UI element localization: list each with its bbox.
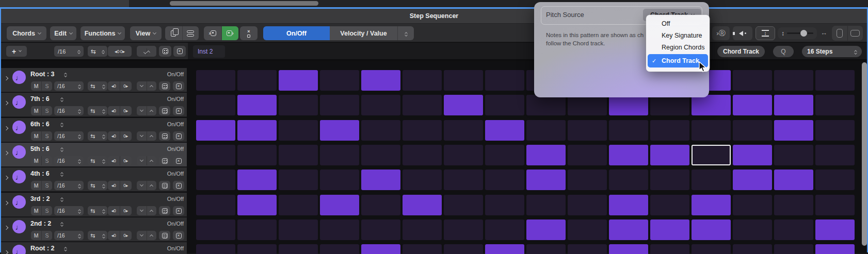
row-header[interactable]: ♩ Root : 3 On/Off M S /16 ⇆ ◂0 0▸ × xyxy=(1,68,187,92)
shift-up-button[interactable] xyxy=(147,81,157,91)
step-cell[interactable] xyxy=(279,145,318,165)
row-clear-button[interactable]: × xyxy=(173,81,184,91)
step-cell[interactable] xyxy=(237,170,277,190)
step-cell[interactable] xyxy=(444,120,483,141)
row-randomize-button[interactable] xyxy=(159,131,170,141)
row-rate-dropdown[interactable]: /16 xyxy=(54,181,84,190)
row-stepper-icon[interactable] xyxy=(65,72,67,77)
mode-onoff-button[interactable]: On/Off xyxy=(263,26,330,40)
mute-button[interactable]: M xyxy=(31,156,41,165)
row-playback-mode[interactable]: ⇆ xyxy=(88,81,107,91)
mute-button[interactable]: M xyxy=(31,106,41,115)
solo-button[interactable]: S xyxy=(41,81,52,91)
shift-up-button[interactable] xyxy=(147,181,157,190)
shift-down-button[interactable] xyxy=(137,206,147,215)
step-cell[interactable] xyxy=(320,195,359,215)
row-stepper-icon[interactable] xyxy=(61,171,63,176)
step-cell[interactable] xyxy=(403,120,442,141)
row-rate-dropdown[interactable]: /16 xyxy=(54,206,84,215)
shift-down-button[interactable] xyxy=(137,181,147,190)
step-cell[interactable] xyxy=(403,195,442,215)
row-rate-dropdown[interactable]: /16 xyxy=(54,81,84,91)
step-cell[interactable] xyxy=(237,219,277,240)
pattern-rate-dropdown[interactable]: /16 xyxy=(54,46,84,57)
shift-up-button[interactable] xyxy=(147,106,157,115)
row-stepper-icon[interactable] xyxy=(65,246,67,251)
mode-stepper-button[interactable] xyxy=(397,26,414,40)
pattern-playback-mode[interactable]: ⇆ xyxy=(88,46,107,57)
nudge-right-button[interactable]: 0▸ xyxy=(120,231,132,240)
step-cell[interactable] xyxy=(774,95,813,115)
step-cell[interactable] xyxy=(237,145,277,165)
shift-up-button[interactable] xyxy=(147,48,150,55)
row-clear-button[interactable]: × xyxy=(173,181,184,190)
step-cell[interactable] xyxy=(815,244,855,254)
step-cell[interactable] xyxy=(774,219,813,240)
nudge-right-button[interactable]: 0▸ xyxy=(120,81,132,91)
step-cell[interactable] xyxy=(361,120,400,141)
solo-button[interactable]: S xyxy=(41,106,52,115)
disclosure-chevron-icon[interactable] xyxy=(4,176,8,180)
step-cell[interactable] xyxy=(485,195,524,215)
step-cell[interactable] xyxy=(526,244,566,254)
zoom-slider-knob[interactable] xyxy=(800,30,807,37)
step-cell[interactable] xyxy=(609,195,648,215)
step-cell[interactable] xyxy=(692,244,731,254)
step-cell[interactable] xyxy=(650,219,689,240)
shift-down-button[interactable] xyxy=(137,106,147,115)
step-cell[interactable] xyxy=(815,170,855,190)
mute-button[interactable]: M xyxy=(31,231,41,240)
pattern-out-button-active[interactable]: › xyxy=(221,26,239,40)
window-titlebar[interactable]: Step Sequencer xyxy=(1,9,867,24)
step-cell[interactable] xyxy=(361,70,400,91)
step-cell[interactable] xyxy=(485,120,524,141)
step-cell[interactable] xyxy=(609,170,648,190)
solo-button[interactable]: S xyxy=(41,231,52,240)
step-cell[interactable] xyxy=(609,95,648,115)
row-rate-dropdown[interactable]: /16 xyxy=(54,156,84,165)
nudge-right-button[interactable]: 0▸ xyxy=(120,106,132,115)
step-cell[interactable] xyxy=(526,170,566,190)
step-cell[interactable] xyxy=(444,219,483,240)
step-cell[interactable] xyxy=(526,219,566,240)
step-cell[interactable] xyxy=(403,170,442,190)
row-header[interactable]: ♩ Root : 2 On/Off M S /16 ⇆ ◂0 0▸ × xyxy=(1,242,187,254)
row-stepper-icon[interactable] xyxy=(61,146,63,151)
step-cell[interactable] xyxy=(196,120,235,141)
step-cell[interactable] xyxy=(279,120,318,141)
shift-up-button[interactable] xyxy=(147,206,157,215)
step-cell[interactable] xyxy=(279,170,318,190)
step-cell[interactable] xyxy=(774,120,813,141)
disclosure-chevron-icon[interactable] xyxy=(4,76,8,80)
row-rate-dropdown[interactable]: /16 xyxy=(54,106,84,115)
disclosure-chevron-icon[interactable] xyxy=(4,201,8,205)
monitor-button[interactable] xyxy=(733,26,752,40)
step-cell[interactable] xyxy=(692,195,731,215)
step-cell[interactable] xyxy=(320,170,359,190)
mute-button[interactable]: M xyxy=(31,181,41,190)
step-cell[interactable] xyxy=(444,195,483,215)
step-cell[interactable] xyxy=(815,145,855,165)
step-cell[interactable] xyxy=(650,145,689,165)
menu-item-key-signature[interactable]: Key Signature xyxy=(646,29,710,41)
row-randomize-button[interactable] xyxy=(159,206,170,215)
step-cell[interactable] xyxy=(568,195,607,215)
step-cell[interactable] xyxy=(485,145,524,165)
step-cell[interactable] xyxy=(774,195,813,215)
pattern-randomize-button[interactable] xyxy=(159,46,171,57)
row-clear-button[interactable]: × xyxy=(173,156,184,165)
step-cell[interactable] xyxy=(692,95,731,115)
disclosure-chevron-icon[interactable] xyxy=(4,126,8,130)
row-header[interactable]: ♩ 4th : 6 On/Off M S /16 ⇆ ◂0 0▸ × xyxy=(1,167,187,192)
step-cell[interactable] xyxy=(196,145,235,165)
step-cell[interactable] xyxy=(485,219,524,240)
nudge-right-button[interactable]: 0▸ xyxy=(120,156,132,165)
menu-item-region-chords[interactable]: Region Chords xyxy=(646,41,710,53)
shift-down-button[interactable] xyxy=(137,131,147,141)
disclosure-chevron-icon[interactable] xyxy=(4,101,8,105)
nudge-left-button[interactable]: ◂0 xyxy=(115,49,120,54)
nudge-right-button[interactable]: 0▸ xyxy=(120,206,132,215)
menu-view[interactable]: View xyxy=(130,26,162,40)
step-cell[interactable] xyxy=(196,95,235,115)
step-cell[interactable] xyxy=(815,219,855,240)
